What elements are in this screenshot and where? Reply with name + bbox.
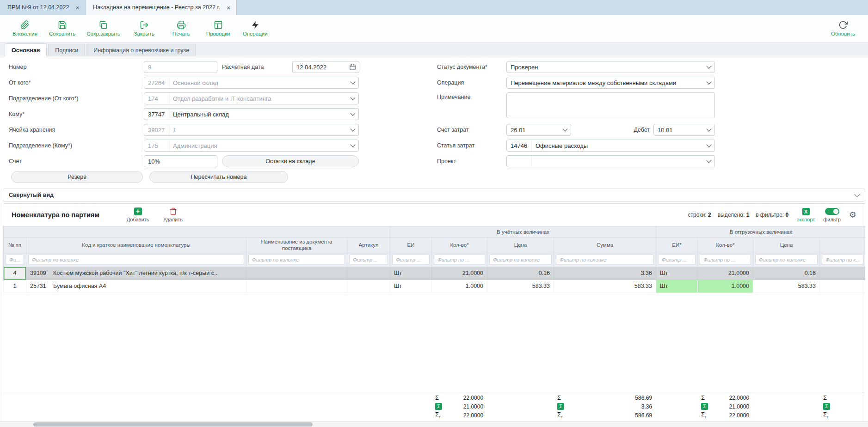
table-row[interactable]: 4 39109Костюм мужской рабочий "Хит" летн… <box>4 267 865 280</box>
delete-row-button[interactable]: Удалить <box>158 207 188 222</box>
export-button[interactable]: X экспорт <box>797 208 815 222</box>
chevron-down-icon[interactable] <box>347 140 358 151</box>
col-qty[interactable]: Кол-во* <box>432 238 487 253</box>
cell-ship-price[interactable]: 583.33 <box>753 280 820 293</box>
tab-main[interactable]: Основная <box>5 43 47 56</box>
attachments-button[interactable]: Вложения <box>12 20 38 37</box>
number-field[interactable] <box>144 61 217 73</box>
cell-ship-qty[interactable]: 21.0000 <box>698 267 753 280</box>
col-cut[interactable] <box>820 238 865 253</box>
add-row-button[interactable]: + Добавить <box>123 207 153 222</box>
print-button[interactable]: Печать <box>168 20 194 37</box>
col-article[interactable]: Артикул <box>347 238 390 253</box>
gear-icon[interactable]: ⚙ <box>849 210 856 220</box>
operation-combobox[interactable]: Перемещение материалов между собственным… <box>506 77 715 89</box>
cell-code-name[interactable]: 25731Бумага офисная А4 <box>26 280 246 293</box>
operations-button[interactable]: Операции <box>242 20 268 37</box>
chevron-down-icon[interactable] <box>703 61 714 73</box>
chevron-down-icon[interactable] <box>854 191 860 197</box>
cell-sum[interactable]: 3.36 <box>554 267 656 280</box>
cell-code-name[interactable]: 39109Костюм мужской рабочий "Хит" летний… <box>26 267 246 280</box>
chevron-down-icon[interactable] <box>703 124 714 135</box>
scrollbar-thumb[interactable] <box>33 422 313 427</box>
close-icon[interactable]: × <box>75 4 80 11</box>
filter-input[interactable] <box>392 255 430 265</box>
note-textarea[interactable] <box>506 92 715 118</box>
chevron-down-icon[interactable] <box>347 109 358 120</box>
horizontal-scrollbar[interactable] <box>0 421 868 427</box>
filter-input[interactable] <box>700 255 751 265</box>
filter-input[interactable] <box>755 255 818 265</box>
refresh-button[interactable]: Обновить <box>830 20 856 37</box>
chevron-down-icon[interactable] <box>347 93 358 104</box>
cell-cut[interactable] <box>820 267 865 280</box>
stock-remainders-button[interactable]: Остатки на складе <box>222 155 359 167</box>
cell-qty[interactable]: 21.0000 <box>432 267 487 280</box>
number-input[interactable] <box>144 64 217 71</box>
save-close-button[interactable]: Сохр.закрыть <box>86 20 120 37</box>
col-supplier-name[interactable]: Наименование из документа поставщика <box>246 238 347 253</box>
cell-sum[interactable]: 583.33 <box>554 280 656 293</box>
save-button[interactable]: Сохранить <box>49 20 75 37</box>
calc-date-field[interactable] <box>292 61 359 73</box>
cell-ship-ei[interactable]: Шт <box>656 280 698 293</box>
cell-ei[interactable]: Шт <box>390 280 432 293</box>
cell-ei[interactable]: Шт <box>390 267 432 280</box>
calendar-icon[interactable] <box>348 64 359 71</box>
cell-qty[interactable]: 1.0000 <box>432 280 487 293</box>
cell-cut[interactable] <box>820 280 865 293</box>
chevron-down-icon[interactable] <box>347 124 358 135</box>
filter-input[interactable] <box>248 255 345 265</box>
table-row[interactable]: 1 25731Бумага офисная А4 Шт 1.0000 583.3… <box>4 280 865 293</box>
reserve-button[interactable]: Резерв <box>11 171 143 183</box>
chevron-down-icon[interactable] <box>560 124 571 135</box>
window-tab-registry[interactable]: Накладная на перемещение - Реестр за 202… <box>86 0 237 15</box>
account-input[interactable] <box>144 158 217 165</box>
cell-article[interactable] <box>347 280 390 293</box>
cell-ship-qty[interactable]: 1.0000 <box>698 280 753 293</box>
cell-rownum[interactable]: 4 <box>4 267 26 280</box>
col-ei[interactable]: ЕИ <box>390 238 432 253</box>
filter-input[interactable] <box>556 255 654 265</box>
to-combobox[interactable]: 37747 Центральный склад <box>144 108 359 120</box>
filter-input[interactable] <box>489 255 552 265</box>
col-ship-qty[interactable]: Кол-во* <box>698 238 753 253</box>
tab-carrier-info[interactable]: Информация о перевозчике и грузе <box>86 44 196 56</box>
cell-article[interactable] <box>347 267 390 280</box>
status-combobox[interactable]: Проверен <box>506 61 715 73</box>
filter-input[interactable] <box>434 255 485 265</box>
cost-item-combobox[interactable]: 14746 Офисные расходы <box>506 140 715 152</box>
from-combobox[interactable]: 27264 Основной склад <box>144 77 359 89</box>
window-tab-prm[interactable]: ПРМ №9 от 12.04.2022 × <box>0 0 86 15</box>
col-rownum[interactable]: № пп <box>4 238 26 253</box>
debit-combobox[interactable]: 10.01 <box>653 124 715 136</box>
close-icon[interactable]: × <box>227 4 231 11</box>
tab-signatures[interactable]: Подписи <box>48 44 85 56</box>
renumber-button[interactable]: Пересчитать номера <box>149 171 288 183</box>
cell-ship-ei[interactable]: Шт <box>656 267 698 280</box>
cell-supplier-name[interactable] <box>246 280 347 293</box>
storage-cell-combobox[interactable]: 39027 1 <box>144 124 359 136</box>
cell-ship-price[interactable]: 0.16 <box>753 267 820 280</box>
col-ship-price[interactable]: Цена <box>753 238 820 253</box>
toggle-on-icon[interactable] <box>825 208 839 215</box>
calc-date-input[interactable] <box>293 64 348 71</box>
from-dept-combobox[interactable]: 174 Отдел разработки и IT-консалтинга <box>144 92 359 104</box>
project-combobox[interactable] <box>506 155 715 167</box>
close-button[interactable]: Закрыть <box>131 20 157 37</box>
cell-supplier-name[interactable] <box>246 267 347 280</box>
postings-button[interactable]: Проводки <box>205 20 231 37</box>
filter-input[interactable] <box>822 255 864 265</box>
chevron-down-icon[interactable] <box>347 77 358 88</box>
col-ship-ei[interactable]: ЕИ* <box>656 238 698 253</box>
account-field[interactable] <box>144 155 217 167</box>
filter-input[interactable] <box>349 255 388 265</box>
cost-account-combobox[interactable]: 26.01 <box>506 124 571 136</box>
to-dept-combobox[interactable]: 175 Администрация <box>144 140 359 152</box>
cell-price[interactable]: 0.16 <box>487 267 554 280</box>
filter-input[interactable] <box>28 255 244 265</box>
filter-input[interactable] <box>658 255 696 265</box>
cell-rownum[interactable]: 1 <box>4 280 26 293</box>
chevron-down-icon[interactable] <box>703 77 714 88</box>
chevron-down-icon[interactable] <box>703 156 714 167</box>
